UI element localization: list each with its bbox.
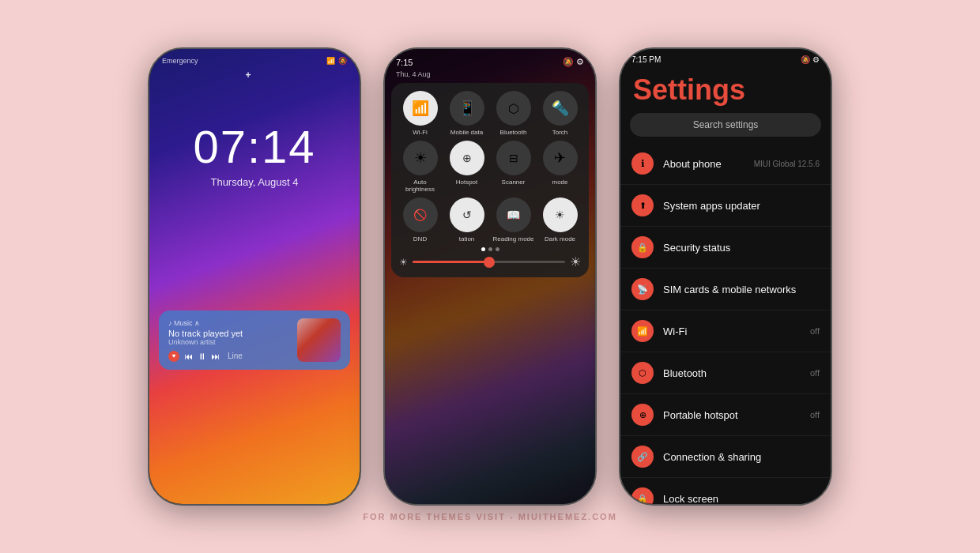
brightness-bar[interactable] (413, 261, 565, 263)
qs-mute-icon: 🔕 (563, 57, 574, 66)
sim-label: SIM cards & mobile networks (663, 284, 820, 295)
hotspot-icon: ⊕ (631, 404, 654, 426)
bluetooth-tile-label: Bluetooth (500, 129, 527, 136)
qs-tile-dnd[interactable]: 🚫 DND (399, 198, 441, 243)
qs-date: Thu, 4 Aug (385, 70, 595, 83)
brightness-low-icon: ☀ (399, 257, 408, 268)
settings-item-about[interactable]: ℹ About phone MIUI Global 12.5.6 (620, 143, 831, 185)
connection-label: Connection & sharing (663, 451, 820, 463)
settings-gear-icon: ⚙ (812, 55, 820, 64)
settings-screen: 7:15 PM 🔕 ⚙ Settings Search settings ℹ A… (620, 49, 831, 504)
qs-status-icons: 🔕 ⚙ (563, 57, 584, 67)
brightness-fill (413, 261, 489, 263)
lockscreen-icon: 🔒 (631, 487, 654, 504)
settings-list: ℹ About phone MIUI Global 12.5.6 ⬆ Syste… (620, 143, 831, 504)
qs-gear-icon[interactable]: ⚙ (576, 57, 584, 66)
qs-brightness-control[interactable]: ☀ ☀ (399, 254, 581, 269)
status-icons: 📶 🔕 (326, 57, 347, 65)
play-icon[interactable]: ⏸ (198, 352, 206, 361)
dot-2 (488, 247, 492, 251)
settings-title: Settings (620, 67, 831, 113)
mobile-tile-label: Mobile data (450, 129, 483, 136)
qs-controls-area: 📶 Wi-Fi 📱 Mobile data ⬡ Bluetooth 🔦 (391, 83, 589, 277)
music-widget: ♪ Music ∧ No track played yet Unknown ar… (159, 310, 350, 370)
dnd-tile-icon: 🚫 (403, 198, 438, 232)
hotspot-label: Portable hotspot (663, 409, 801, 421)
systemapps-icon: ⬆ (631, 194, 654, 216)
torch-tile-icon: 🔦 (543, 91, 578, 126)
lockscreen-screen: Emergency 📶 🔕 + 07:14 Thursday, August 4… (149, 49, 360, 504)
settings-item-wifi[interactable]: 📶 Wi-Fi off (620, 310, 831, 352)
signal-icon: 📶 (326, 57, 335, 65)
dark-tile-label: Dark mode (545, 235, 575, 243)
hotspot-value: off (810, 410, 820, 419)
lockscreen-label: Lock screen (663, 493, 820, 505)
next-icon[interactable]: ⏭ (211, 352, 220, 361)
phone-settings: 7:15 PM 🔕 ⚙ Settings Search settings ℹ A… (619, 47, 832, 506)
bluetooth-label: Bluetooth (663, 367, 801, 379)
hotspot-tile-icon: ⊕ (450, 141, 484, 175)
scanner-tile-icon: ⊟ (496, 141, 531, 175)
about-label: About phone (663, 158, 744, 170)
prev-icon[interactable]: ⏮ (184, 352, 193, 361)
wifi-icon: 📶 (631, 320, 654, 342)
line-label: Line (228, 352, 243, 360)
emergency-text: Emergency (162, 57, 198, 65)
qs-status-bar: 7:15 🔕 ⚙ (385, 49, 595, 70)
auto-brightness-label: Auto brightness (399, 179, 441, 193)
phones-container: Emergency 📶 🔕 + 07:14 Thursday, August 4… (148, 47, 832, 506)
qs-tile-bluetooth[interactable]: ⬡ Bluetooth (492, 91, 534, 136)
qs-tile-dark[interactable]: ☀ Dark mode (539, 198, 581, 243)
rotation-tile-label: tation (459, 235, 475, 243)
wifi-value: off (810, 326, 820, 336)
security-label: Security status (663, 242, 820, 254)
qs-tile-airplane[interactable]: ✈ mode (539, 141, 581, 193)
lock-time: 07:14 (193, 120, 315, 173)
bluetooth-tile-icon: ⬡ (496, 91, 531, 126)
torch-tile-label: Torch (552, 129, 568, 136)
artist-name: Unknown artist (168, 338, 291, 346)
settings-item-hotspot[interactable]: ⊕ Portable hotspot off (620, 394, 831, 436)
quicksettings-screen: 7:15 🔕 ⚙ Thu, 4 Aug 📶 Wi-Fi (385, 49, 595, 504)
qs-tile-mobile[interactable]: 📱 Mobile data (446, 91, 488, 136)
qs-grid-row1: 📶 Wi-Fi 📱 Mobile data ⬡ Bluetooth 🔦 (399, 91, 581, 136)
reading-tile-icon: 📖 (496, 198, 531, 232)
airplane-tile-icon: ✈ (543, 141, 578, 175)
qs-tile-wifi[interactable]: 📶 Wi-Fi (399, 91, 441, 136)
sim-icon: 📡 (631, 278, 654, 300)
hotspot-tile-label: Hotspot (456, 179, 478, 186)
watermark: FOR MORE THEMES VISIT - MIUITHEMEZ.COM (363, 512, 617, 521)
settings-item-lockscreen[interactable]: 🔒 Lock screen (620, 478, 831, 504)
wifi-tile-icon: 📶 (403, 91, 438, 126)
qs-tile-scanner[interactable]: ⊟ Scanner (492, 141, 534, 193)
settings-item-security[interactable]: 🔒 Security status (620, 227, 831, 269)
oneplus-logo: + (245, 70, 263, 81)
settings-status-icons: 🔕 ⚙ (801, 55, 820, 64)
phone-lockscreen: Emergency 📶 🔕 + 07:14 Thursday, August 4… (148, 47, 361, 506)
qs-tile-torch[interactable]: 🔦 Torch (539, 91, 581, 136)
connection-icon: 🔗 (631, 446, 654, 468)
dark-tile-icon: ☀ (543, 198, 578, 232)
qs-tile-autobrightness[interactable]: ☀ Auto brightness (399, 141, 441, 193)
qs-pagination-dots (399, 247, 581, 251)
wifi-label: Wi-Fi (663, 325, 801, 337)
qs-panel: 7:15 🔕 ⚙ Thu, 4 Aug 📶 Wi-Fi (385, 49, 595, 504)
status-bar: Emergency 📶 🔕 (149, 49, 360, 68)
about-value: MIUI Global 12.5.6 (754, 160, 820, 168)
search-settings-bar[interactable]: Search settings (630, 113, 821, 137)
music-controls: ♥ ⏮ ⏸ ⏭ Line (168, 351, 291, 362)
reading-tile-label: Reading mode (492, 235, 533, 243)
settings-item-sim[interactable]: 📡 SIM cards & mobile networks (620, 269, 831, 310)
brightness-high-icon: ☀ (570, 254, 581, 269)
scanner-tile-label: Scanner (502, 179, 526, 186)
dnd-tile-label: DND (413, 235, 427, 243)
settings-item-systemapps[interactable]: ⬆ System apps updater (620, 185, 831, 227)
settings-item-bluetooth[interactable]: ⬡ Bluetooth off (620, 352, 831, 394)
qs-tile-rotation[interactable]: ↺ tation (446, 198, 488, 243)
favorite-btn[interactable]: ♥ (168, 351, 179, 362)
dot-1 (481, 247, 485, 251)
qs-tile-hotspot[interactable]: ⊕ Hotspot (446, 141, 488, 193)
settings-item-connection[interactable]: 🔗 Connection & sharing (620, 436, 831, 478)
qs-tile-reading[interactable]: 📖 Reading mode (492, 198, 534, 243)
lock-date: Thursday, August 4 (210, 176, 298, 188)
